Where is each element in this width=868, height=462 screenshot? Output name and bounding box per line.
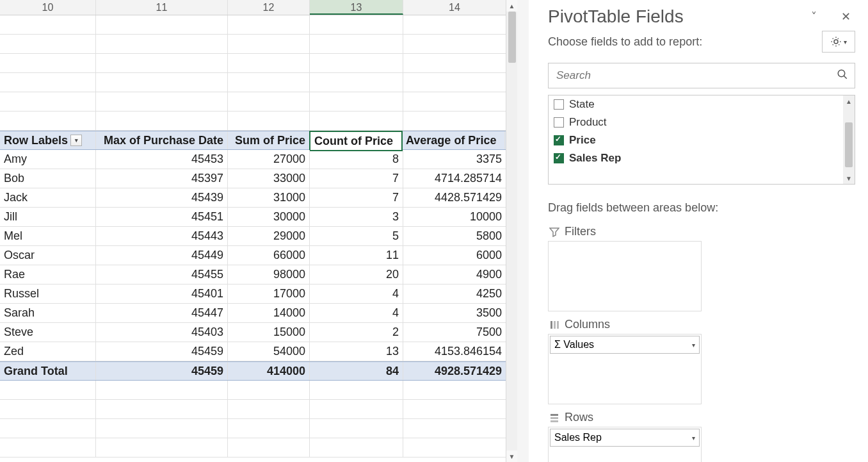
filters-drop-area[interactable] [548,241,702,311]
row-label[interactable]: Sarah [0,304,96,322]
cell-max[interactable]: 45453 [96,150,228,169]
scroll-up-icon[interactable]: ▲ [506,0,517,12]
checkbox[interactable] [554,117,564,128]
cell-sum[interactable]: 54000 [228,342,310,361]
cell-avg[interactable]: 3375 [403,150,506,169]
cell-count[interactable]: 7 [310,188,403,207]
chevron-down-icon[interactable]: ▾ [692,434,695,441]
checkbox[interactable] [554,99,564,110]
field-item[interactable]: Product [549,113,855,131]
cell-avg[interactable]: 4153.846154 [403,342,506,361]
cell-avg[interactable]: 5800 [403,227,506,245]
cell-avg[interactable]: 4428.571429 [403,188,506,207]
row-label[interactable]: Oscar [0,246,96,265]
column-header[interactable]: 11 [96,0,228,15]
search-box[interactable] [548,63,855,88]
column-header[interactable]: 14 [403,0,506,15]
cell-count[interactable]: 5 [310,227,403,245]
cell-sum[interactable]: 15000 [228,323,310,342]
cell-count[interactable]: 7 [310,169,403,188]
grand-total-max[interactable]: 45459 [96,362,228,380]
row-label[interactable]: Zed [0,342,96,361]
pivot-header[interactable]: Sum of Price [228,131,310,149]
cell-max[interactable]: 45401 [96,285,228,303]
worksheet[interactable]: 10 11 12 13 14 Row Labels ▾ Max of Purch… [0,0,517,462]
grand-total-sum[interactable]: 414000 [228,362,310,380]
cell-sum[interactable]: 27000 [228,150,310,169]
cell-sum[interactable]: 33000 [228,169,310,188]
cell-max[interactable]: 45443 [96,227,228,245]
checkbox[interactable] [554,153,564,163]
columns-drop-area[interactable]: Σ Values▾ [548,334,702,404]
row-label[interactable]: Amy [0,150,96,169]
cell-sum[interactable]: 17000 [228,285,310,303]
row-label[interactable]: Jack [0,188,96,207]
scroll-thumb[interactable] [845,122,853,167]
cell-max[interactable]: 45439 [96,188,228,207]
cell-max[interactable]: 45451 [96,208,228,226]
cell-avg[interactable]: 6000 [403,246,506,265]
field-chip[interactable]: Σ Values▾ [550,336,700,354]
cell-max[interactable]: 45397 [96,169,228,188]
scroll-up-icon[interactable]: ▲ [843,95,855,107]
column-header-selected[interactable]: 13 [310,0,403,15]
checkbox[interactable] [554,135,564,145]
cell-avg[interactable]: 10000 [403,208,506,226]
tools-button[interactable]: ▾ [822,31,855,53]
scroll-down-icon[interactable]: ▼ [843,172,855,184]
grand-total-count[interactable]: 84 [310,362,403,380]
cell-count[interactable]: 4 [310,304,403,322]
cell-max[interactable]: 45459 [96,342,228,361]
grand-total-label[interactable]: Grand Total [0,362,96,380]
chevron-down-icon[interactable]: ▾ [692,342,695,349]
vertical-scrollbar[interactable]: ▲ ▼ [506,0,517,462]
cell-count[interactable]: 3 [310,208,403,226]
column-header[interactable]: 10 [0,0,96,15]
fields-scrollbar[interactable]: ▲ ▼ [843,95,855,184]
field-item[interactable]: State [549,95,855,113]
pivot-header-rowlabels[interactable]: Row Labels ▾ [0,131,96,149]
cell-avg[interactable]: 3500 [403,304,506,322]
cell-avg[interactable]: 4250 [403,285,506,303]
row-label[interactable]: Steve [0,323,96,342]
cell-count[interactable]: 2 [310,323,403,342]
search-input[interactable] [555,69,837,83]
cell-sum[interactable]: 31000 [228,188,310,207]
row-label[interactable]: Jill [0,208,96,226]
cell-avg[interactable]: 4714.285714 [403,169,506,188]
close-icon[interactable]: ✕ [836,7,855,26]
field-chip[interactable]: Sales Rep▾ [550,429,700,447]
cell-max[interactable]: 45455 [96,265,228,284]
cell-count[interactable]: 13 [310,342,403,361]
row-label[interactable]: Russel [0,285,96,303]
cell-sum[interactable]: 30000 [228,208,310,226]
row-label[interactable]: Mel [0,227,96,245]
cell-sum[interactable]: 98000 [228,265,310,284]
cell-avg[interactable]: 4900 [403,265,506,284]
scroll-thumb[interactable] [508,12,516,63]
field-item[interactable]: Price [549,131,855,149]
pivot-header[interactable]: Average of Price [402,131,505,149]
cell-max[interactable]: 45449 [96,246,228,265]
scroll-down-icon[interactable]: ▼ [506,450,517,462]
row-label[interactable]: Rae [0,265,96,284]
collapse-icon[interactable]: ˅ [804,7,823,26]
rows-drop-area[interactable]: Sales Rep▾ [548,427,702,462]
cell-sum[interactable]: 14000 [228,304,310,322]
row-label[interactable]: Bob [0,169,96,188]
pivot-header[interactable]: Max of Purchase Date [96,131,228,149]
cell-max[interactable]: 45403 [96,323,228,342]
cell-count[interactable]: 20 [310,265,403,284]
cell-sum[interactable]: 66000 [228,246,310,265]
column-header[interactable]: 12 [228,0,310,15]
cell-max[interactable]: 45447 [96,304,228,322]
grand-total-avg[interactable]: 4928.571429 [403,362,506,380]
cell-sum[interactable]: 29000 [228,227,310,245]
pivot-header-selected-cell[interactable]: Count of Price [309,131,403,151]
filter-dropdown-icon[interactable]: ▾ [70,135,82,146]
cell-count[interactable]: 4 [310,285,403,303]
cell-count[interactable]: 11 [310,246,403,265]
cell-avg[interactable]: 7500 [403,323,506,342]
cell-count[interactable]: 8 [310,150,403,169]
field-item[interactable]: Sales Rep [549,149,855,167]
